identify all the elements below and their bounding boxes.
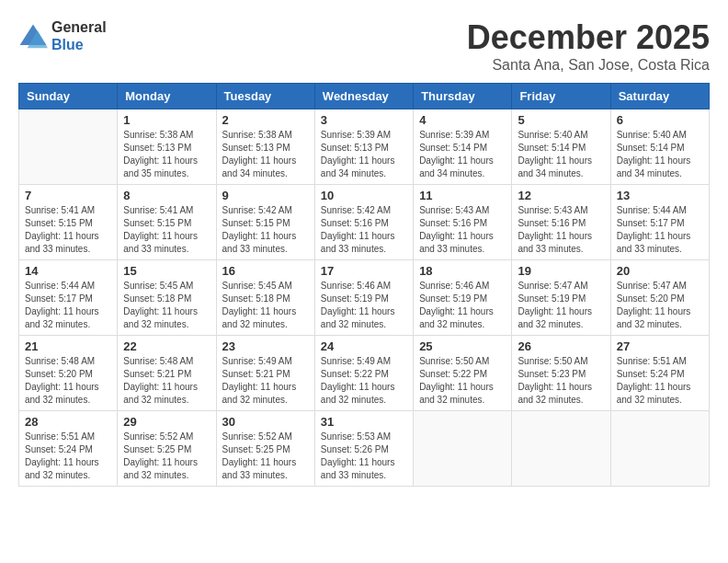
day-info: Sunrise: 5:51 AM Sunset: 5:24 PM Dayligh… [25, 431, 111, 482]
calendar-cell: 7Sunrise: 5:41 AM Sunset: 5:15 PM Daylig… [19, 185, 118, 260]
calendar-cell: 20Sunrise: 5:47 AM Sunset: 5:20 PM Dayli… [610, 260, 709, 336]
day-number: 10 [321, 189, 407, 202]
calendar-cell: 13Sunrise: 5:44 AM Sunset: 5:17 PM Dayli… [610, 185, 709, 260]
day-number: 9 [222, 189, 309, 202]
day-number: 11 [419, 189, 506, 202]
page-header: General Blue December 2025 Santa Ana, Sa… [18, 18, 710, 74]
logo-icon [18, 23, 48, 49]
day-info: Sunrise: 5:50 AM Sunset: 5:23 PM Dayligh… [518, 355, 604, 407]
day-number: 25 [419, 339, 506, 353]
weekday-header-wednesday: Wednesday [314, 84, 413, 109]
day-number: 6 [617, 113, 703, 127]
calendar-cell: 17Sunrise: 5:46 AM Sunset: 5:19 PM Dayli… [314, 260, 413, 336]
day-number: 29 [123, 415, 210, 429]
calendar-cell: 25Sunrise: 5:50 AM Sunset: 5:22 PM Dayli… [414, 336, 512, 411]
calendar-cell: 1Sunrise: 5:38 AM Sunset: 5:13 PM Daylig… [118, 109, 216, 185]
day-info: Sunrise: 5:42 AM Sunset: 5:16 PM Dayligh… [321, 204, 407, 256]
day-number: 28 [25, 415, 111, 429]
calendar-cell: 30Sunrise: 5:52 AM Sunset: 5:25 PM Dayli… [216, 411, 314, 487]
day-info: Sunrise: 5:44 AM Sunset: 5:17 PM Dayligh… [25, 280, 111, 331]
day-number: 16 [222, 264, 309, 278]
day-info: Sunrise: 5:46 AM Sunset: 5:19 PM Dayligh… [321, 280, 407, 331]
day-number: 18 [419, 264, 506, 278]
day-info: Sunrise: 5:39 AM Sunset: 5:14 PM Dayligh… [419, 129, 506, 180]
day-number: 5 [518, 113, 604, 127]
calendar-cell: 27Sunrise: 5:51 AM Sunset: 5:24 PM Dayli… [610, 336, 709, 411]
calendar-cell: 19Sunrise: 5:47 AM Sunset: 5:19 PM Dayli… [512, 260, 610, 336]
calendar-cell: 3Sunrise: 5:39 AM Sunset: 5:13 PM Daylig… [314, 109, 413, 185]
calendar-cell: 22Sunrise: 5:48 AM Sunset: 5:21 PM Dayli… [118, 336, 216, 411]
day-info: Sunrise: 5:43 AM Sunset: 5:16 PM Dayligh… [518, 204, 604, 256]
calendar-cell [414, 411, 512, 487]
calendar-cell: 4Sunrise: 5:39 AM Sunset: 5:14 PM Daylig… [414, 109, 512, 185]
day-number: 7 [25, 189, 111, 202]
calendar-cell: 11Sunrise: 5:43 AM Sunset: 5:16 PM Dayli… [414, 185, 512, 260]
day-info: Sunrise: 5:40 AM Sunset: 5:14 PM Dayligh… [617, 129, 703, 180]
day-info: Sunrise: 5:50 AM Sunset: 5:22 PM Dayligh… [419, 355, 506, 407]
day-info: Sunrise: 5:41 AM Sunset: 5:15 PM Dayligh… [123, 204, 210, 256]
day-number: 30 [222, 415, 309, 429]
weekday-header-thursday: Thursday [414, 84, 512, 109]
day-number: 24 [321, 339, 407, 353]
calendar-table: SundayMondayTuesdayWednesdayThursdayFrid… [18, 83, 710, 487]
day-info: Sunrise: 5:52 AM Sunset: 5:25 PM Dayligh… [123, 431, 210, 482]
day-info: Sunrise: 5:44 AM Sunset: 5:17 PM Dayligh… [617, 204, 703, 256]
calendar-cell: 8Sunrise: 5:41 AM Sunset: 5:15 PM Daylig… [118, 185, 216, 260]
day-info: Sunrise: 5:45 AM Sunset: 5:18 PM Dayligh… [123, 280, 210, 331]
calendar-week-2: 7Sunrise: 5:41 AM Sunset: 5:15 PM Daylig… [19, 185, 710, 260]
day-number: 14 [25, 264, 111, 278]
calendar-cell: 26Sunrise: 5:50 AM Sunset: 5:23 PM Dayli… [512, 336, 610, 411]
day-number: 1 [123, 113, 210, 127]
calendar-cell: 9Sunrise: 5:42 AM Sunset: 5:15 PM Daylig… [216, 185, 314, 260]
calendar-week-1: 1Sunrise: 5:38 AM Sunset: 5:13 PM Daylig… [19, 109, 710, 185]
calendar-week-3: 14Sunrise: 5:44 AM Sunset: 5:17 PM Dayli… [19, 260, 710, 336]
title-section: December 2025 Santa Ana, San Jose, Costa… [467, 18, 710, 74]
calendar-cell: 14Sunrise: 5:44 AM Sunset: 5:17 PM Dayli… [19, 260, 118, 336]
day-info: Sunrise: 5:46 AM Sunset: 5:19 PM Dayligh… [419, 280, 506, 331]
day-info: Sunrise: 5:52 AM Sunset: 5:25 PM Dayligh… [222, 431, 309, 482]
day-number: 8 [123, 189, 210, 202]
calendar-cell [19, 109, 118, 185]
day-info: Sunrise: 5:47 AM Sunset: 5:20 PM Dayligh… [617, 280, 703, 331]
calendar-week-4: 21Sunrise: 5:48 AM Sunset: 5:20 PM Dayli… [19, 336, 710, 411]
day-number: 31 [321, 415, 407, 429]
weekday-header-tuesday: Tuesday [216, 84, 314, 109]
day-number: 15 [123, 264, 210, 278]
day-info: Sunrise: 5:38 AM Sunset: 5:13 PM Dayligh… [123, 129, 210, 180]
day-number: 27 [617, 339, 703, 353]
day-info: Sunrise: 5:47 AM Sunset: 5:19 PM Dayligh… [518, 280, 604, 331]
calendar-cell: 28Sunrise: 5:51 AM Sunset: 5:24 PM Dayli… [19, 411, 118, 487]
weekday-header-row: SundayMondayTuesdayWednesdayThursdayFrid… [19, 84, 710, 109]
day-info: Sunrise: 5:51 AM Sunset: 5:24 PM Dayligh… [617, 355, 703, 407]
day-number: 26 [518, 339, 604, 353]
calendar-cell [512, 411, 610, 487]
logo: General Blue [18, 18, 107, 53]
calendar-cell: 31Sunrise: 5:53 AM Sunset: 5:26 PM Dayli… [314, 411, 413, 487]
day-number: 3 [321, 113, 407, 127]
day-number: 21 [25, 339, 111, 353]
month-title: December 2025 [467, 18, 710, 57]
day-info: Sunrise: 5:48 AM Sunset: 5:21 PM Dayligh… [123, 355, 210, 407]
weekday-header-saturday: Saturday [610, 84, 709, 109]
day-number: 22 [123, 339, 210, 353]
day-number: 4 [419, 113, 506, 127]
calendar-cell: 10Sunrise: 5:42 AM Sunset: 5:16 PM Dayli… [314, 185, 413, 260]
day-number: 20 [617, 264, 703, 278]
calendar-cell: 21Sunrise: 5:48 AM Sunset: 5:20 PM Dayli… [19, 336, 118, 411]
calendar-cell [610, 411, 709, 487]
day-number: 12 [518, 189, 604, 202]
day-info: Sunrise: 5:39 AM Sunset: 5:13 PM Dayligh… [321, 129, 407, 180]
calendar-cell: 6Sunrise: 5:40 AM Sunset: 5:14 PM Daylig… [610, 109, 709, 185]
day-info: Sunrise: 5:49 AM Sunset: 5:21 PM Dayligh… [222, 355, 309, 407]
day-number: 19 [518, 264, 604, 278]
day-info: Sunrise: 5:43 AM Sunset: 5:16 PM Dayligh… [419, 204, 506, 256]
calendar-cell: 2Sunrise: 5:38 AM Sunset: 5:13 PM Daylig… [216, 109, 314, 185]
calendar-cell: 23Sunrise: 5:49 AM Sunset: 5:21 PM Dayli… [216, 336, 314, 411]
day-number: 17 [321, 264, 407, 278]
logo-text: General Blue [51, 18, 107, 53]
calendar-cell: 24Sunrise: 5:49 AM Sunset: 5:22 PM Dayli… [314, 336, 413, 411]
calendar-cell: 5Sunrise: 5:40 AM Sunset: 5:14 PM Daylig… [512, 109, 610, 185]
calendar-cell: 18Sunrise: 5:46 AM Sunset: 5:19 PM Dayli… [414, 260, 512, 336]
calendar-week-5: 28Sunrise: 5:51 AM Sunset: 5:24 PM Dayli… [19, 411, 710, 487]
calendar-cell: 29Sunrise: 5:52 AM Sunset: 5:25 PM Dayli… [118, 411, 216, 487]
